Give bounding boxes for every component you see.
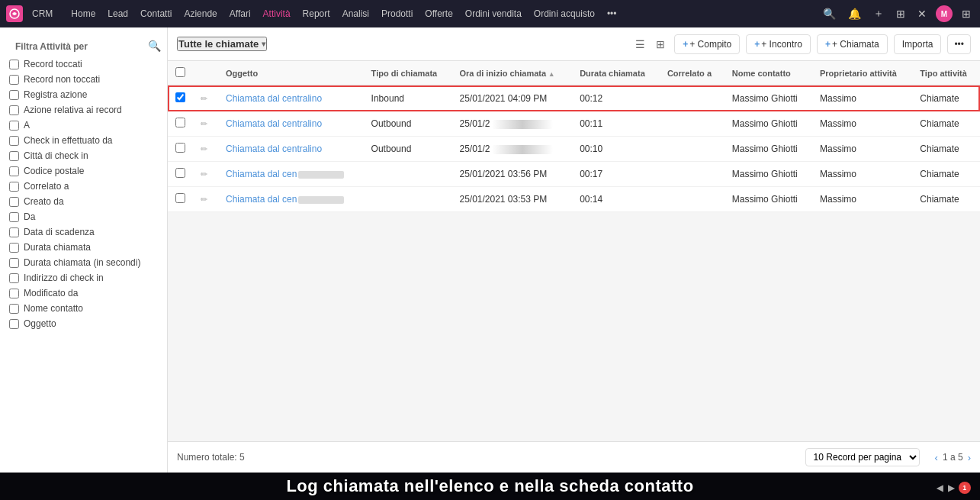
importa-button[interactable]: Importa [894,34,942,54]
filter-checkbox[interactable] [9,60,19,69]
header-ora-inizio[interactable]: Ora di inizio chiamata [451,61,572,85]
compito-button[interactable]: + + Compito [674,34,740,54]
nav-item-attività[interactable]: Attività [257,5,297,22]
nav-item-affari[interactable]: Affari [223,5,257,22]
list-view-icon[interactable]: ☰ [632,37,648,52]
plus-icon[interactable]: ＋ [870,5,887,22]
close-icon[interactable]: ✕ [914,6,930,21]
filter-item[interactable]: Azione relativa ai record [0,102,167,118]
filter-checkbox[interactable] [9,105,19,115]
filter-item[interactable]: Oggetto [0,316,167,331]
table-row[interactable]: ✏ Chiamata dal cen 25/01/2021 03:56 PM 0… [168,162,980,187]
row-checkbox[interactable] [175,168,185,178]
filter-item[interactable]: Creato da [0,194,167,209]
view-dropdown[interactable]: Tutte le chiamate ▾ [177,37,267,51]
apps-icon[interactable]: ⊞ [893,6,908,21]
nav-item-ordini-vendita[interactable]: Ordini vendita [459,5,528,22]
filter-checkbox[interactable] [9,182,19,192]
nav-item-•••[interactable]: ••• [601,5,623,22]
table-row[interactable]: ✏ Chiamata dal centralino Outbound 25/01… [168,137,980,162]
edit-icon[interactable]: ✏ [201,144,207,153]
nav-item-home[interactable]: Home [65,5,101,22]
oggetto-link[interactable]: Chiamata dal centralino [226,118,322,129]
filter-checkbox[interactable] [9,90,19,100]
filter-checkbox[interactable] [9,273,19,283]
row-checkbox-cell [168,162,193,187]
records-per-page-select[interactable]: 10 Record per pagina 25 Record per pagin… [805,448,920,466]
filter-checkbox[interactable] [9,151,19,161]
edit-icon[interactable]: ✏ [201,94,207,103]
nav-item-contatti[interactable]: Contatti [134,5,178,22]
table-header-row: Oggetto Tipo di chiamata Ora di inizio c… [168,61,980,85]
nav-item-offerte[interactable]: Offerte [419,5,458,22]
oggetto-link[interactable]: Chiamata dal centralino [226,144,322,154]
filter-item[interactable]: Indirizzo di check in [0,270,167,285]
edit-icon[interactable]: ✏ [201,169,207,179]
filter-item[interactable]: Check in effettuato da [0,133,167,148]
filter-item[interactable]: Nome contatto [0,301,167,316]
filter-checkbox[interactable] [9,212,19,222]
table-row[interactable]: ✏ Chiamata dal centralino Outbound 25/01… [168,111,980,137]
filter-item[interactable]: A [0,118,167,133]
filter-checkbox[interactable] [9,121,19,131]
prev-page-button[interactable]: ‹ [935,452,938,463]
filter-item[interactable]: Correlato a [0,179,167,194]
filter-checkbox[interactable] [9,75,19,85]
filter-item[interactable]: Record toccati [0,56,167,72]
search-icon[interactable]: 🔍 [820,6,839,21]
filter-checkbox[interactable] [9,258,19,268]
user-avatar[interactable]: M [936,5,953,22]
next-page-button[interactable]: › [968,452,971,463]
nav-item-ordini-acquisto[interactable]: Ordini acquisto [528,5,601,22]
filter-checkbox[interactable] [9,304,19,314]
filter-item[interactable]: Città di check in [0,148,167,163]
row-checkbox[interactable] [175,92,185,102]
nav-item-analisi[interactable]: Analisi [336,5,375,22]
row-checkbox[interactable] [175,143,185,153]
filter-item[interactable]: Codice postale [0,163,167,179]
header-durata-chiamata: Durata chiamata [572,61,660,85]
edit-icon[interactable]: ✏ [201,195,207,204]
filter-checkbox[interactable] [9,243,19,253]
oggetto-link[interactable]: Chiamata dal cen [226,194,344,205]
oggetto-link[interactable]: Chiamata dal cen [226,169,344,179]
filter-sidebar: Filtra Attività per 🔍 Record toccatiReco… [0,27,168,473]
filter-checkbox[interactable] [9,319,19,329]
sidebar-search-icon[interactable]: 🔍 [148,40,161,52]
filter-checkbox[interactable] [9,197,19,207]
nav-item-report[interactable]: Report [297,5,336,22]
filter-checkbox[interactable] [9,166,19,176]
column-view-icon[interactable]: ⊞ [653,37,668,52]
header-oggetto: Oggetto [218,61,364,85]
edit-icon[interactable]: ✏ [201,119,207,128]
filter-item[interactable]: Modificato da [0,285,167,301]
filter-checkbox[interactable] [9,289,19,298]
filter-item[interactable]: Da [0,209,167,224]
tipo-attivita-value: Chiamate [920,144,959,154]
table-row[interactable]: ✏ Chiamata dal centralino Inbound 25/01/… [168,85,980,111]
filter-item[interactable]: Durata chiamata [0,240,167,255]
nav-crm[interactable]: CRM [26,5,59,22]
nav-item-aziende[interactable]: Aziende [178,5,223,22]
filter-item[interactable]: Data di scadenza [0,224,167,240]
nav-item-prodotti[interactable]: Prodotti [375,5,419,22]
filter-item[interactable]: Durata chiamata (in secondi) [0,255,167,270]
select-all-checkbox[interactable] [175,67,185,77]
filter-checkbox[interactable] [9,136,19,146]
nav-item-lead[interactable]: Lead [101,5,134,22]
incontro-button[interactable]: + + Incontro [746,34,811,54]
oggetto-link[interactable]: Chiamata dal centralino [226,93,322,104]
row-checkbox[interactable] [175,193,185,203]
table-row[interactable]: ✏ Chiamata dal cen 25/01/2021 03:53 PM 0… [168,187,980,212]
chiamata-button[interactable]: + + Chiamata [817,34,888,54]
page-indicator: 1 a 5 [943,452,963,463]
total-records: Numero totale: 5 [177,452,245,463]
filter-item[interactable]: Registra azione [0,87,167,102]
bell-icon[interactable]: 🔔 [845,6,864,21]
row-checkbox[interactable] [175,118,185,127]
filter-checkbox[interactable] [9,227,19,237]
grid-icon[interactable]: ⊞ [959,6,974,21]
filter-label: Registra azione [24,89,87,100]
more-button[interactable]: ••• [947,34,971,54]
filter-item[interactable]: Record non toccati [0,72,167,87]
